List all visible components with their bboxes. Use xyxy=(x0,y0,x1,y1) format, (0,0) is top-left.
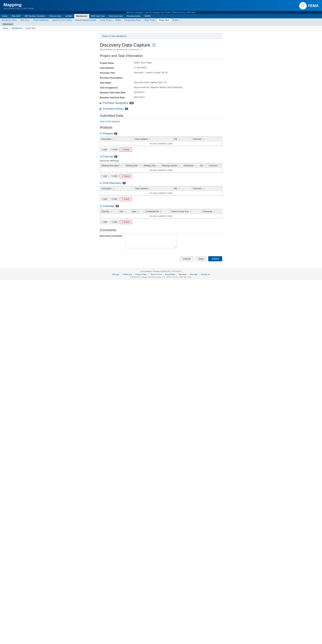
prepare-col-date[interactable]: Date Updated ⇅ xyxy=(134,137,172,142)
leverage-col-contributed-by[interactable]: Contributed By ⇅ xyxy=(144,209,170,214)
leverage-table: Quantity ⇅ Unit ⇅ Type ⇅ Contributed By … xyxy=(100,209,222,218)
header: Mapping INFORMATION PLATFORM 🛡 FEMA xyxy=(0,0,322,11)
sub-nav-work-items[interactable]: Work Items xyxy=(18,18,32,22)
footer-privacy[interactable]: Privacy Policy xyxy=(135,274,147,276)
footer-site-help[interactable]: Site Help xyxy=(179,274,186,276)
footer-terms[interactable]: Terms of Use xyxy=(150,274,162,276)
nav-tools[interactable]: Tools & Links xyxy=(47,14,63,18)
submit-button[interactable]: Submit xyxy=(208,256,222,261)
sub-nav-studies[interactable]: Studies xyxy=(171,18,180,22)
execute-col-meeting-time[interactable]: Meeting Time ⇅ xyxy=(142,164,160,168)
discovery-comments-textarea[interactable] xyxy=(126,234,177,248)
sort-icon: ⇅ xyxy=(157,165,158,166)
sort-icon: ⇅ xyxy=(219,165,220,166)
sub-nav-soma[interactable]: SOMA xyxy=(114,18,122,22)
sub-nav-create-project[interactable]: Create Project xyxy=(98,18,114,22)
leverage-edit-button[interactable]: ✎ Edit xyxy=(110,220,119,224)
execute-toggle[interactable]: Execute 0 xyxy=(100,155,222,158)
post-col-date[interactable]: Date Updated ⇅ xyxy=(134,186,172,191)
sub-nav-compendium[interactable]: Compendium Panel xyxy=(122,18,143,22)
save-button[interactable]: Save xyxy=(195,256,207,261)
leverage-no-data: No data available in table xyxy=(100,214,222,218)
sort-icon: ⇅ xyxy=(195,165,196,166)
execute-col-attendance[interactable]: Attendance ⇅ xyxy=(182,164,198,168)
leverage-col-comments[interactable]: Comments ⇅ xyxy=(201,209,222,214)
breadcrumb-home[interactable]: Home xyxy=(3,27,8,30)
post-no-data: No data available in table xyxy=(100,191,222,196)
sort-icon: ⇅ xyxy=(121,165,122,166)
post-add-button[interactable]: + Add xyxy=(100,197,109,201)
breadcrumb-current: Study Task xyxy=(26,27,36,30)
user-bar-text: Welcome nrodriguez | Log Out | Manage Us… xyxy=(126,12,196,14)
discovery-meetings-label: Discovery Meetings xyxy=(100,160,222,162)
leverage-col-quantity[interactable]: Quantity ⇅ xyxy=(100,209,118,214)
breadcrumb-workbench[interactable]: Workbench xyxy=(12,27,22,30)
sub-nav-study-project[interactable]: Study Project xyxy=(143,18,157,22)
prepare-col-file[interactable]: File ⇅ xyxy=(172,137,191,142)
execute-delete-button[interactable]: ✕ Delete xyxy=(120,174,132,178)
execute-col-comment[interactable]: Comment ⇅ xyxy=(207,164,222,168)
field-baseline-start: Baseline Task Start Date 04/25/2017 xyxy=(100,91,222,94)
dashboard-tab[interactable]: Dashboard xyxy=(1,22,14,26)
purchase-geography-toggle[interactable]: Purchase Geography 26 xyxy=(100,102,222,104)
execute-table: Meeting Description ⇅ Meeting Date ⇅ Mee… xyxy=(100,163,222,172)
sub-nav-project-dashboard[interactable]: Project Dashboard xyxy=(32,18,50,22)
execute-col-meeting-location[interactable]: Meeting Location ⇅ xyxy=(160,164,182,168)
view-file-explorer-link[interactable]: View in File Explorer xyxy=(100,120,120,123)
leverage-col-type[interactable]: Type ⇅ xyxy=(130,209,144,214)
nav-home[interactable]: Home xyxy=(0,14,10,18)
prepare-col-description[interactable]: Description ⇅ xyxy=(100,137,134,142)
leverage-col-unit[interactable]: Unit ⇅ xyxy=(118,209,130,214)
help-icon-button[interactable]: ? xyxy=(152,43,156,47)
nav-process-admin[interactable]: Process Admin xyxy=(125,14,142,18)
prepare-toggle[interactable]: Prepare 0 xyxy=(100,132,222,135)
sub-nav-workbench-home[interactable]: Workbench Home xyxy=(0,18,18,22)
sort-icon: ⇅ xyxy=(139,165,140,166)
execute-col-meeting-date[interactable]: Meeting Date ⇅ xyxy=(124,164,142,168)
project-task-heading: Project and Task Information xyxy=(100,54,222,59)
sub-nav-search-eng[interactable]: Search Engineering Data xyxy=(74,18,98,22)
sub-nav-study-task[interactable]: Study Task xyxy=(157,18,171,22)
sub-nav-reports[interactable]: Reports & Form Letters xyxy=(50,18,74,22)
form-actions: Cancel Save Submit xyxy=(100,253,222,261)
leverage-badge: 0 xyxy=(116,205,119,207)
footer-contact[interactable]: Contact Us xyxy=(201,274,210,276)
post-discovery-arrow xyxy=(100,182,102,184)
execute-col-meeting-desc[interactable]: Meeting Description ⇅ xyxy=(100,164,124,168)
execute-edit-button[interactable]: ✎ Edit xyxy=(110,174,119,178)
execute-add-button[interactable]: + Add xyxy=(100,174,109,178)
comment-history-toggle[interactable]: Comment History 0 xyxy=(100,107,222,110)
footer-dhs[interactable]: DHS.gov xyxy=(112,274,119,276)
leverage-actions: + Add ✎ Edit ✕ Delete xyxy=(100,220,222,224)
nav-mip-user-care[interactable]: MIP User Care xyxy=(89,14,107,18)
prepare-edit-button[interactable]: ✎ Edit xyxy=(110,148,119,152)
nav-mip-studies[interactable]: MIP Studies Transition xyxy=(22,14,47,18)
nav-workbench[interactable]: Workbench xyxy=(74,14,89,18)
post-delete-button[interactable]: ✕ Delete xyxy=(120,197,132,201)
post-col-file[interactable]: File ⇅ xyxy=(172,186,191,191)
post-col-description[interactable]: Description ⇅ xyxy=(100,186,134,191)
execute-col-file[interactable]: File ⇅ xyxy=(198,164,207,168)
post-edit-button[interactable]: ✎ Edit xyxy=(110,197,119,201)
leverage-add-button[interactable]: + Add xyxy=(100,220,109,224)
sub-nav: Workbench Home Work Items Project Dashbo… xyxy=(0,18,322,22)
post-col-comment[interactable]: Comment ⇅ xyxy=(191,186,222,191)
cancel-button[interactable]: Cancel xyxy=(180,256,194,261)
prepare-col-comment[interactable]: Comment ⇅ xyxy=(191,137,222,142)
prepare-add-button[interactable]: + Add xyxy=(100,148,109,152)
footer-fema[interactable]: FEMA.gov xyxy=(123,274,132,276)
leverage-delete-button[interactable]: ✕ Delete xyxy=(120,220,132,224)
field-case-number: Case Number 17-03-0435S xyxy=(100,66,222,69)
leverage-col-fiscal-year[interactable]: Federal Fiscal Year ⇅ xyxy=(170,209,201,214)
prepare-delete-button[interactable]: ✕ Delete xyxy=(120,148,132,152)
nav-eloma[interactable]: eLOMA xyxy=(63,14,74,18)
post-discovery-toggle[interactable]: Post Discovery 0 xyxy=(100,182,222,185)
footer-accessibility[interactable]: Accessibility xyxy=(165,274,175,276)
footer-site-map[interactable]: Site Map xyxy=(190,274,197,276)
return-link[interactable]: Return to Task Workbench xyxy=(102,35,126,38)
field-purchase-title: Purchase Title Discovery - Sussex County… xyxy=(100,71,222,74)
nav-risk-map[interactable]: Risk MAP xyxy=(10,14,22,18)
nav-mars[interactable]: MARS xyxy=(142,14,152,18)
leverage-toggle[interactable]: Leverage 0 xyxy=(100,204,222,208)
nav-new-user[interactable]: New User Care xyxy=(107,14,125,18)
